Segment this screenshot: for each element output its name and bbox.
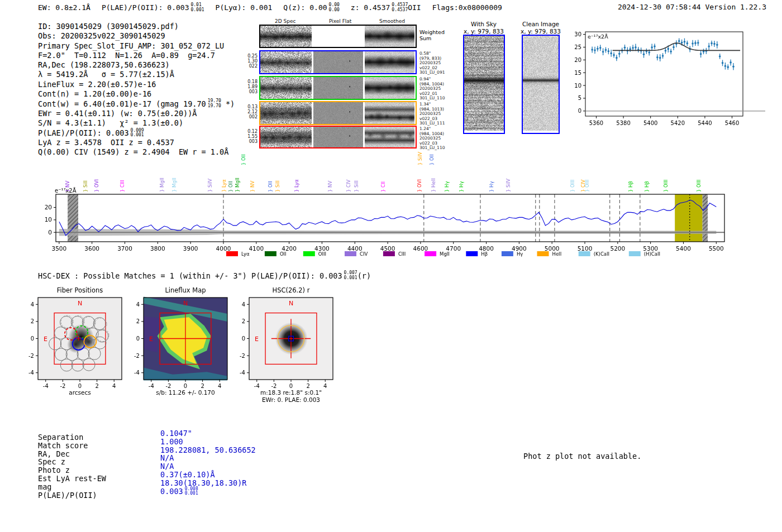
- match-row-value: 0.0030.0080.001: [160, 487, 198, 497]
- hsc-caption-1: m:18.3 re:1.8" s:0.1": [238, 389, 344, 396]
- panel-ytick: -2: [240, 353, 245, 359]
- match-row-value: 1.000: [160, 437, 183, 446]
- hsc-caption-2: EWr: 0. PLAE: 0.003: [238, 396, 344, 403]
- match-row-value: 18.30(18.30,18.30)R: [160, 478, 246, 487]
- lineflux-caption: s/b: 11.26 +/- 0.170: [132, 389, 239, 396]
- panel-ytick: 0: [242, 336, 245, 342]
- panel-ytick: -4: [240, 370, 245, 376]
- match-row-label: RA, Dec: [38, 449, 70, 458]
- elixer-report-page: EW: 0.8±2.1ÅP(LAE)/P(OII): 0.0030.010.00…: [0, 0, 782, 532]
- panel-xtick: 2: [306, 383, 309, 389]
- match-row-value: 0.1047": [160, 429, 192, 438]
- match-row-label: Spec z: [38, 457, 65, 466]
- panel-ytick: 4: [242, 301, 245, 308]
- east-label: E: [255, 336, 259, 343]
- north-label: N: [289, 300, 293, 307]
- match-row-label: Match score: [38, 441, 88, 450]
- match-row-label: Separation: [38, 433, 83, 442]
- panel-ytick: 2: [242, 318, 245, 324]
- match-row-value: N/A: [160, 453, 174, 462]
- match-row-label: Est LyA rest-EW: [38, 474, 106, 483]
- match-row-label: mag: [38, 482, 51, 491]
- match-row-label: Photo z: [38, 466, 70, 475]
- match-row-value: 198.228081, 50.636652: [160, 445, 256, 454]
- panel-xtick: 4: [323, 383, 327, 389]
- match-row-value: N/A: [160, 462, 174, 471]
- panel-xtick: -2: [271, 383, 276, 389]
- panel-xtick: 0: [289, 383, 293, 389]
- match-row-label: P(LAE)/P(OII): [38, 491, 97, 500]
- panel-xtick: -4: [254, 383, 260, 389]
- fiber-xlabel: arcsecs: [27, 389, 133, 396]
- photz-note: Phot z plot not available.: [523, 452, 641, 461]
- match-row-value: 0.37(±0.10)Å: [160, 470, 215, 479]
